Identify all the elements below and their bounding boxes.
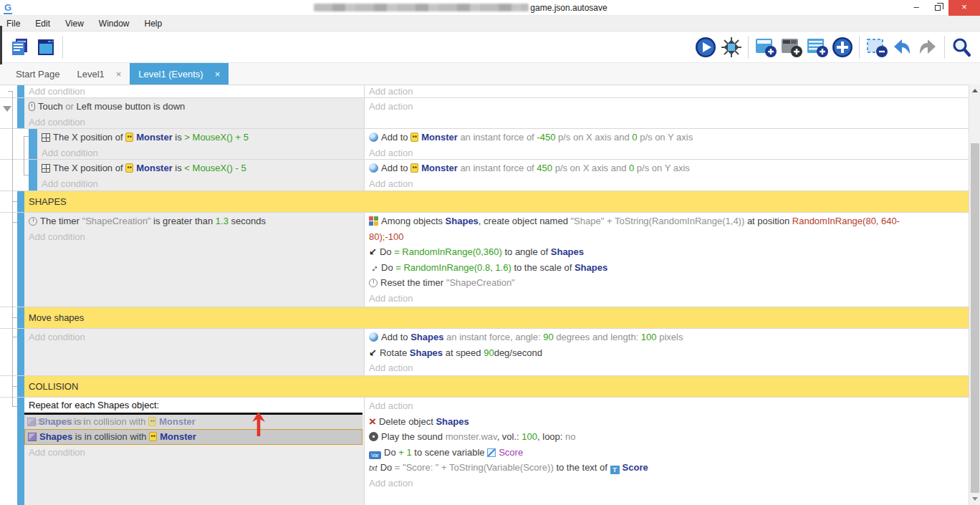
redo-button[interactable] (915, 34, 941, 61)
text-segment: Delete object (379, 416, 436, 427)
text-segment: Monster (159, 416, 196, 427)
undo-button[interactable] (889, 34, 915, 61)
add-condition-link[interactable]: Add condition (42, 148, 98, 158)
selected-collision-condition[interactable]: Shapes is in collision with Monster (24, 429, 362, 445)
tab-close-icon[interactable]: × (215, 69, 221, 80)
action-increment-score[interactable]: Do + 1 to scene variable Score (369, 445, 964, 461)
add-condition-link[interactable]: Add condition (29, 447, 85, 458)
action-force-left[interactable]: Add to Monster an instant force of -450 … (369, 130, 964, 145)
tab-level1[interactable]: Level1× (68, 63, 130, 85)
search-button[interactable] (948, 34, 974, 61)
tab-start-page[interactable]: Start Page (7, 63, 68, 85)
text-segment: Score (623, 462, 648, 473)
title-redacted-blur (314, 4, 529, 11)
text-segment: , loop: (537, 431, 565, 442)
condition-xpos-lt[interactable]: The X position of Monster is < MouseX() … (42, 160, 360, 176)
gdevelop-logo-icon (0, 2, 16, 13)
add-action-link[interactable]: Add action (369, 86, 413, 97)
action-force-right[interactable]: Add to Monster an instant force of 450 p… (369, 160, 964, 176)
comment-text: COLLISION (24, 376, 969, 397)
event-partial: Add condition Add action (0, 85, 969, 97)
menu-view[interactable]: View (65, 19, 84, 29)
add-action-link[interactable]: Add action (369, 148, 413, 158)
text-segment: 90 (543, 332, 553, 342)
timer-icon (369, 279, 378, 287)
comment-shapes[interactable]: SHAPES (0, 191, 969, 212)
action-play-sound[interactable]: Play the sound monster.wav, vol.: 100, l… (369, 429, 964, 445)
condition-xpos-gt[interactable]: The X position of Monster is > MouseX() … (42, 130, 360, 145)
tab-level1-events[interactable]: Level1 (Events)× (130, 63, 229, 85)
text-segment: Do (380, 462, 395, 473)
add-action-link[interactable]: Add action (369, 101, 413, 112)
text-segment: Shapes (410, 347, 443, 358)
menu-help[interactable]: Help (145, 19, 163, 29)
add-sub-event-button[interactable] (778, 34, 804, 61)
action-delete-shapes[interactable]: Delete object Shapes (369, 414, 964, 430)
condition-touch[interactable]: Touch or Left mouse button is down (29, 99, 360, 115)
menu-edit[interactable]: Edit (35, 19, 50, 29)
menu-file[interactable]: File (6, 19, 20, 29)
text-segment: + 1 (398, 447, 411, 458)
force-icon (369, 133, 378, 142)
text-segment: at position (744, 216, 792, 226)
action-force-shapes[interactable]: Add to Shapes an instant force, angle: 9… (369, 330, 964, 345)
vertical-scrollbar[interactable] (969, 85, 980, 505)
action-set-score-text[interactable]: Do = "Score: " + ToString(Variable(Score… (369, 460, 964, 476)
restore-button[interactable] (927, 0, 948, 16)
delete-event-button[interactable] (863, 34, 889, 61)
add-circle-icon (831, 36, 854, 59)
add-comment-button[interactable] (804, 34, 830, 61)
action-set-scale[interactable]: Do = RandomInRange(0.8, 1.6) to the scal… (369, 260, 964, 276)
add-condition-link[interactable]: Add condition (29, 117, 85, 128)
action-create-object[interactable]: Among objects Shapes, create object name… (369, 213, 964, 244)
title-bar: game.json.autosave – × (0, 0, 980, 16)
add-circle-button[interactable] (830, 34, 855, 61)
add-condition-link[interactable]: Add condition (42, 178, 98, 189)
event-foreach-shapes: Repeat for each Shapes object: Add condi… (0, 397, 969, 505)
add-condition-link[interactable]: Add condition (29, 86, 85, 97)
text-segment: RandomInRange(80, 640- (792, 216, 900, 226)
scroll-down-icon[interactable] (969, 493, 980, 505)
text-segment: Monster (160, 431, 196, 442)
add-action-link[interactable]: Add action (369, 178, 413, 189)
close-button[interactable]: × (948, 0, 980, 16)
text-segment: 450 (537, 163, 552, 173)
scroll-up-icon[interactable] (969, 85, 980, 97)
action-reset-timer[interactable]: Reset the timer "ShapeCreation" (369, 275, 964, 291)
subevent-x-less: The X position of Monster is < MouseX() … (0, 159, 969, 191)
scrollbar-thumb[interactable] (971, 143, 979, 493)
text-segment: < MouseX() - 5 (184, 163, 246, 173)
txt-icon (369, 463, 378, 472)
foreach-header[interactable]: Repeat for each Shapes object: (24, 398, 364, 413)
text-segment: an instant force of (458, 163, 537, 173)
add-action-link[interactable]: Add action (369, 362, 413, 373)
project-manager-button[interactable] (7, 34, 33, 61)
shapes-icon (27, 418, 36, 426)
text-segment: seconds (229, 216, 266, 226)
menu-window[interactable]: Window (99, 19, 130, 29)
tab-close-icon[interactable]: × (116, 69, 122, 80)
add-condition-link[interactable]: Add condition (29, 332, 85, 342)
window-title: game.json.autosave (16, 3, 905, 13)
play-button[interactable] (693, 34, 719, 61)
add-event-button[interactable] (752, 34, 778, 61)
text-segment: The timer (40, 216, 82, 226)
minimize-button[interactable]: – (905, 0, 927, 16)
add-comment-icon (804, 36, 829, 59)
pos-icon (42, 164, 50, 173)
comment-move-shapes[interactable]: Move shapes (0, 307, 969, 328)
add-action-link[interactable]: Add action (369, 400, 413, 411)
text-segment: degrees and length: (554, 332, 641, 342)
debug-button[interactable] (719, 34, 744, 61)
add-condition-link[interactable]: Add condition (29, 231, 85, 242)
action-set-angle[interactable]: Do = RandomInRange(0,360) to angle of Sh… (369, 244, 964, 260)
scene-editor-button[interactable] (33, 34, 59, 61)
action-rotate-shapes[interactable]: Rotate Shapes at speed 90deg/second (369, 345, 964, 361)
text-segment: "ShapeCreation" (446, 277, 515, 288)
text-segment: "ShapeCreation" (82, 216, 151, 226)
add-action-link[interactable]: Add action (369, 293, 413, 304)
add-action-link[interactable]: Add action (369, 478, 413, 489)
comment-collision[interactable]: COLLISION (0, 375, 969, 397)
add-event-icon (753, 36, 777, 59)
condition-timer[interactable]: The timer "ShapeCreation" is greater tha… (29, 213, 360, 229)
